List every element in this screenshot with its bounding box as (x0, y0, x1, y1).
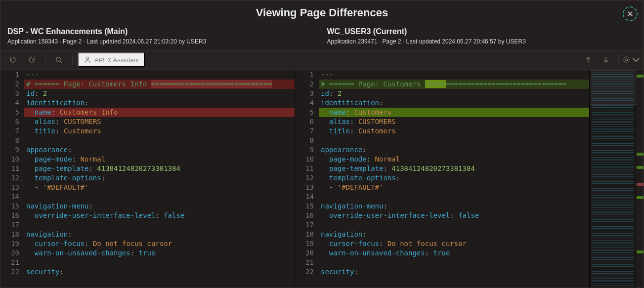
code-token (26, 118, 35, 125)
minimap-diff-marker[interactable] (637, 196, 644, 199)
left-code-line: --- (24, 70, 295, 80)
left-code-line (24, 192, 295, 202)
code-token: 41384124820273381384 (97, 165, 180, 172)
code-token: : (425, 249, 433, 257)
line-number: 16 (0, 211, 19, 220)
code-token: : (35, 89, 43, 97)
next-diff-button[interactable] (598, 52, 614, 67)
right-diff-pane[interactable]: 12345678910111213141516171819202122 ---+… (295, 70, 589, 288)
arrow-up-icon (584, 56, 592, 64)
line-number: 3 (0, 89, 19, 98)
code-token: identification (321, 99, 379, 107)
code-token: : (450, 211, 458, 219)
search-button[interactable] (50, 52, 67, 67)
minimap-overview-rail[interactable] (637, 70, 644, 288)
left-code-line: cursor-focus: Do not focus cursor (24, 239, 295, 248)
code-token: navigation (26, 230, 68, 238)
undo-icon (9, 56, 17, 64)
line-number: 5 (295, 108, 314, 117)
undo-button[interactable] (4, 52, 21, 67)
code-token: # ====== Page: Customers Info (26, 80, 151, 88)
code-token: warn-on-unsaved-changes (329, 249, 425, 257)
close-button[interactable] (623, 6, 638, 21)
code-token: navigation-menu (26, 202, 88, 210)
code-token (321, 118, 329, 125)
line-number: 22 (295, 267, 314, 277)
code-token: appearance (26, 146, 68, 154)
code-token: : (362, 146, 366, 154)
line-number: 15 (295, 202, 314, 211)
left-code-line: navigation: (24, 230, 295, 239)
apex-assistant-label: APEX Assistant (94, 56, 139, 64)
code-token: warn-on-unsaved-changes (35, 249, 130, 257)
right-code[interactable]: ---+# ====== Page: Customers ===========… (319, 70, 589, 288)
code-token: : (350, 118, 358, 125)
diff-dialog: Viewing Page Differences DSP - WC Enhanc… (0, 0, 644, 288)
line-number: 12 (295, 173, 314, 183)
code-token: Do not focus cursor (387, 240, 467, 247)
left-code-line (24, 258, 295, 267)
code-token: ============================= (151, 80, 272, 88)
code-token: : (367, 155, 375, 163)
left-code-line: navigation-menu: (24, 202, 295, 211)
code-token: 2 (338, 89, 342, 97)
line-number: 14 (0, 192, 19, 202)
code-token: : (354, 268, 358, 276)
search-icon (55, 56, 63, 64)
code-token (26, 165, 35, 172)
left-gutter: 12345678910111213141516171819202122 (0, 70, 24, 288)
line-number: 17 (0, 220, 19, 230)
left-code-line: title: Customers (24, 126, 295, 136)
line-number: 20 (0, 248, 19, 258)
toolbar-separator (618, 54, 619, 66)
toolbar-separator (45, 54, 45, 66)
right-pane-title: WC_USER3 (Current) (327, 27, 631, 36)
code-token: # ====== Page: Customers (321, 80, 425, 88)
code-token: Normal (81, 155, 106, 163)
minimap-diff-marker[interactable] (637, 166, 644, 169)
redo-button[interactable] (23, 52, 40, 67)
line-number: 6 (295, 117, 314, 126)
code-token: - (26, 183, 43, 191)
svg-point-0 (56, 57, 60, 61)
code-token: alias (329, 118, 350, 125)
right-code-line: page-template: 41384124820273381384 (319, 164, 589, 173)
code-token: : (101, 174, 105, 182)
right-code-line: title: Customers (319, 126, 589, 136)
code-token: --- (321, 71, 333, 79)
code-token: navigation (321, 230, 362, 238)
code-token: --- (26, 71, 39, 79)
line-number: 21 (0, 258, 19, 267)
code-token: ===== (425, 80, 446, 88)
line-number: 14 (295, 192, 314, 202)
minimap[interactable] (589, 70, 644, 288)
code-token: name (329, 108, 346, 116)
line-number: 16 (295, 211, 314, 220)
code-token (26, 249, 35, 257)
code-token: identification (26, 99, 85, 107)
line-number: 3 (295, 89, 314, 98)
code-token: override-user-interface-level (35, 211, 155, 219)
line-number: 15 (0, 202, 19, 211)
minimap-viewport[interactable] (590, 70, 638, 105)
settings-button[interactable] (623, 52, 640, 67)
left-code-line: warn-on-unsaved-changes: true (24, 248, 295, 258)
line-number: 6 (0, 117, 19, 126)
right-code-line: alias: CUSTOMERS (319, 117, 589, 126)
minimap-diff-marker[interactable] (637, 183, 644, 186)
minimap-diff-marker[interactable] (637, 250, 644, 253)
prev-diff-button[interactable] (580, 52, 597, 67)
line-number: 18 (295, 230, 314, 239)
minimap-diff-marker[interactable] (637, 153, 644, 156)
left-code[interactable]: ----# ====== Page: Customers Info ======… (24, 70, 295, 288)
right-code-line: template-options: (319, 173, 589, 183)
left-diff-pane[interactable]: 12345678910111213141516171819202122 ----… (0, 70, 295, 288)
code-token: : (130, 249, 139, 257)
minimap-diff-marker[interactable] (637, 75, 644, 78)
code-token: page-template (329, 165, 384, 172)
code-token: 41384124820273381384 (391, 165, 475, 172)
left-code-line: security: (24, 267, 295, 277)
code-token (26, 155, 35, 163)
code-token (321, 165, 329, 172)
apex-assistant-button[interactable]: APEX Assistant (78, 52, 145, 67)
